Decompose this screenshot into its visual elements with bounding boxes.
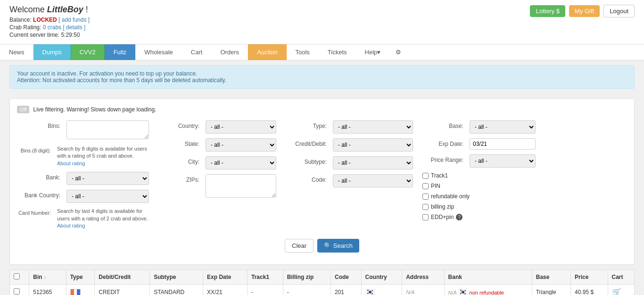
pin-label: PIN [431, 183, 440, 189]
nav-dumps[interactable]: Dumps [33, 44, 71, 60]
row-exp-date: XX/21 [203, 285, 248, 295]
nav-orders[interactable]: Orders [211, 44, 248, 60]
details-link[interactable]: [ details ] [63, 24, 85, 31]
mygift-button[interactable]: My Gift [569, 5, 600, 17]
refundable-checkbox[interactable] [422, 194, 429, 200]
nav-settings[interactable]: ⚙ [389, 44, 407, 60]
welcome-title: Welcome LittleBoy ! [9, 5, 90, 15]
col-bin[interactable]: Bin ↕ [29, 270, 66, 285]
search-button[interactable]: 🔍 Search [317, 239, 359, 253]
card-link[interactable]: About rating [57, 223, 85, 228]
exp-date-input[interactable] [470, 138, 536, 150]
header-left: Welcome LittleBoy ! Balance: LOCKED [ ad… [9, 5, 90, 39]
state-select[interactable]: - all - [206, 138, 276, 152]
credit-debit-label: Credit/Debit: [283, 138, 330, 147]
price-range-label: Price Range: [420, 154, 467, 163]
row-track1: - [248, 285, 283, 295]
nav: News Dumps CVV2 Fullz Wholesale Cart Ord… [0, 44, 644, 60]
billing-zip-checkbox[interactable] [422, 204, 429, 210]
results-table: Bin ↕ Type Debit/Credit Subtype Exp Date… [9, 270, 635, 295]
city-row: City: - all - [156, 156, 276, 169]
balance-label: Balance: [9, 17, 32, 23]
col-billing-zip: Billing zip [283, 270, 330, 285]
track1-checkbox[interactable] [422, 173, 429, 179]
bank-country-select[interactable]: - all - [66, 190, 149, 203]
nav-news[interactable]: News [0, 44, 33, 60]
select-all-checkbox[interactable] [14, 273, 20, 279]
row-subtype: STANDARD [150, 285, 203, 295]
col-type: Type [66, 270, 95, 285]
live-filter-toggle[interactable]: Off [17, 106, 29, 113]
live-filter: Off Live filtering. Warning! Slows down … [17, 106, 627, 113]
nav-wholesale[interactable]: Wholesale [135, 44, 182, 60]
state-input-wrap: - all - [206, 138, 276, 152]
nav-cvv2[interactable]: CVV2 [71, 44, 105, 60]
clear-button[interactable]: Clear [285, 239, 314, 253]
city-input-wrap: - all - [206, 156, 276, 169]
row-bin: 512365 [29, 285, 66, 295]
nav-tickets[interactable]: Tickets [319, 44, 356, 60]
base-row: Base: - all - [420, 120, 536, 134]
city-select[interactable]: - all - [206, 156, 276, 169]
nav-help[interactable]: Help▾ [356, 44, 390, 60]
server-time: 5:29:50 [61, 32, 80, 38]
bins-input[interactable] [66, 120, 149, 139]
col-debit-credit: Debit/Credit [95, 270, 150, 285]
nav-fullz[interactable]: Fullz [105, 44, 135, 60]
live-filter-label: Live filtering. Warning! Slows down page… [33, 106, 156, 113]
table-row: 512365 CREDIT STANDARD XX/21 - - 201 🇰🇷 … [10, 285, 635, 295]
code-select[interactable]: - all - [333, 174, 413, 187]
city-label: City: [156, 156, 203, 165]
billing-zip-label: billing zip [431, 203, 454, 210]
filter-buttons: Clear 🔍 Search [17, 234, 627, 257]
nav-tools[interactable]: Tools [287, 44, 319, 60]
logout-button[interactable]: Logout [603, 5, 635, 17]
header-row: Bin ↕ Type Debit/Credit Subtype Exp Date… [10, 270, 635, 285]
bins8-row: Bins (8 digit): Search by 8 digits is av… [17, 145, 149, 167]
country-flag: 🇰🇷 [365, 288, 375, 295]
nav-cart[interactable]: Cart [182, 44, 212, 60]
type-select[interactable]: - all - [333, 120, 413, 134]
credit-debit-select[interactable]: - all - [333, 138, 413, 152]
base-select[interactable]: - all - [470, 120, 536, 134]
pin-checkbox[interactable] [422, 183, 429, 189]
add-to-cart-icon[interactable]: 🛒 [612, 288, 621, 295]
refundable-row: refundable only [422, 193, 536, 200]
subtype-label: Subtype: [283, 156, 330, 165]
zips-input-wrap [206, 174, 276, 199]
welcome-text: Welcome [9, 5, 45, 14]
row-address: N/A [402, 285, 444, 295]
card-type-icon [70, 289, 81, 295]
exp-date-label: Exp Date: [420, 138, 467, 147]
header-right: Lottery $ My Gift Logout [530, 5, 635, 17]
subtype-select[interactable]: - all - [333, 156, 413, 169]
lottery-button[interactable]: Lottery $ [530, 5, 565, 17]
edd-pin-row: EDD+pin ? [422, 214, 536, 220]
edd-pin-label: EDD+pin [431, 214, 454, 220]
col-country: Country [361, 270, 402, 285]
bins8-link[interactable]: About rating [57, 160, 85, 166]
add-funds-link[interactable]: [ add funds ] [58, 17, 90, 23]
nav-auction[interactable]: Auction [248, 44, 286, 60]
bank-country-input-wrap: - all - [66, 190, 149, 203]
table-body: 512365 CREDIT STANDARD XX/21 - - 201 🇰🇷 … [10, 285, 635, 295]
edd-pin-checkbox[interactable] [422, 214, 429, 220]
state-row: State: - all - [156, 138, 276, 152]
bins8-desc: Search by 8 digits is available for user… [57, 145, 149, 167]
col-bank: Bank [444, 270, 532, 285]
price-range-select[interactable]: - all - [470, 154, 536, 168]
bank-select[interactable]: - all - [66, 172, 149, 185]
country-select[interactable]: - all - [206, 120, 276, 134]
row-code: 201 [330, 285, 361, 295]
zips-input[interactable] [206, 174, 276, 198]
card-number-label: Card Number: [17, 208, 55, 216]
edd-pin-info-icon[interactable]: ? [456, 214, 462, 220]
alert-line2: Attention: Not activated accounts for mo… [17, 77, 627, 84]
bins8-label: Bins (8 digit): [17, 145, 55, 153]
filter-col-2: Country: - all - State: - all - [149, 120, 276, 234]
row-cart-cell[interactable]: 🛒 [608, 285, 634, 295]
bank-flag: 🇰🇷 [458, 288, 468, 295]
row-checkbox[interactable] [14, 288, 20, 295]
row-checkbox-cell [10, 285, 29, 295]
price-range-row: Price Range: - all - [420, 154, 536, 168]
